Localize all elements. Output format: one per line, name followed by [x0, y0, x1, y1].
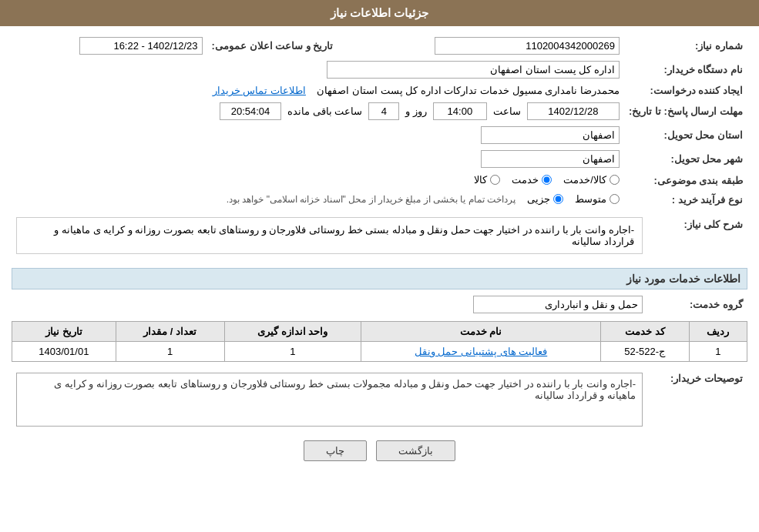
- cell-vahed: 1: [224, 342, 361, 362]
- mohlat-saat-label: ساعت: [493, 105, 521, 117]
- page-wrapper: جزئیات اطلاعات نیاز شماره نیاز: تاریخ و …: [0, 0, 759, 532]
- col-nam-khadamat: نام خدمت: [361, 322, 601, 342]
- noe-farayand-options: متوسط جزیی پرداخت تمام یا بخشی از مبلغ خ…: [12, 190, 624, 209]
- mohlat-roz-label: روز و: [405, 105, 427, 117]
- radio-khadamat[interactable]: خدمت: [512, 174, 552, 186]
- info-table: شماره نیاز: تاریخ و ساعت اعلان عمومی: نا…: [12, 34, 747, 209]
- col-vahed: واحد اندازه گیری: [224, 322, 361, 342]
- ijad-kananda-text: محمدرضا نامداری مسیول خدمات تداركات ادار…: [317, 85, 620, 96]
- radio-kala-khadamat[interactable]: کالا/خدمت: [563, 174, 620, 186]
- tarikh-input[interactable]: [79, 37, 203, 55]
- radio-motavasset-label: متوسط: [575, 193, 606, 205]
- group-khadamat-value: [12, 293, 647, 316]
- mohlat-baqi-input[interactable]: [220, 102, 281, 120]
- khadamat-section-header: اطلاعات خدمات مورد نیاز: [12, 268, 747, 289]
- mohlat-row: ساعت روز و ساعت باقی مانده: [12, 99, 624, 123]
- tabaghe-bandi-options: کالا/خدمت خدمت کالا: [12, 171, 624, 190]
- col-kod-khadamat: کد خدمت: [600, 322, 689, 342]
- cell-nam-khadamat[interactable]: فعالیت های پشتیبانی حمل ونقل: [361, 342, 601, 362]
- nam-dastgah-value: [12, 58, 624, 82]
- radio-motavasset-input[interactable]: [610, 194, 620, 204]
- nam-dastgah-label: نام دستگاه خریدار:: [624, 58, 747, 82]
- button-row: بازگشت چاپ: [12, 440, 747, 461]
- cell-kod-khadamat: ج-522-52: [600, 342, 689, 362]
- sharh-kolli-box: -اجاره وانت بار با راننده در اختیار جهت …: [16, 217, 643, 254]
- radio-jozvi-label: جزیی: [527, 193, 550, 205]
- shomare-niaz-input[interactable]: [435, 37, 620, 55]
- tarikh-value: [12, 34, 207, 58]
- tosifat-text: -اجاره وانت بار با راننده در اختیار جهت …: [54, 378, 636, 401]
- tosifat-table: توصیحات خریدار: -اجاره وانت بار با رانند…: [12, 368, 747, 430]
- radio-kala[interactable]: کالا: [474, 174, 500, 186]
- mohlat-baqi-label: ساعت باقی مانده: [287, 105, 362, 117]
- ostan-tahvil-input[interactable]: [481, 126, 620, 144]
- tosifat-box: -اجاره وانت بار با راننده در اختیار جهت …: [16, 373, 643, 427]
- shomare-niaz-label: شماره نیاز:: [624, 34, 747, 58]
- bazgasht-button[interactable]: بازگشت: [376, 440, 455, 461]
- radio-kala-khadamat-label: کالا/خدمت: [563, 174, 606, 186]
- ostan-tahvil-label: استان محل تحویل:: [624, 123, 747, 147]
- tosifat-label: توصیحات خریدار:: [647, 368, 747, 430]
- sharh-kolli-table: شرح کلی نیاز: -اجاره وانت بار با راننده …: [12, 214, 747, 262]
- shomare-niaz-value: [338, 34, 624, 58]
- tosifat-value: -اجاره وانت بار با راننده در اختیار جهت …: [12, 368, 647, 430]
- col-tarikh: تاریخ نیاز: [12, 322, 116, 342]
- shahr-tahvil-input[interactable]: [481, 150, 620, 168]
- noe-farayand-desc: پرداخت تمام یا بخشی از مبلغ خریدار از مح…: [227, 194, 516, 205]
- page-header: جزئیات اطلاعات نیاز: [0, 0, 759, 26]
- sharh-kolli-label: شرح کلی نیاز:: [647, 214, 747, 262]
- ijad-kananda-link[interactable]: اطلاعات تماس خریدار: [213, 85, 306, 96]
- ijad-kananda-value: محمدرضا نامداری مسیول خدمات تداركات ادار…: [12, 82, 624, 99]
- sharh-kolli-text: -اجاره وانت بار با راننده در اختیار جهت …: [54, 224, 634, 247]
- radio-kala-khadamat-input[interactable]: [610, 175, 620, 185]
- radio-khadamat-input[interactable]: [542, 175, 552, 185]
- group-khadamat-input[interactable]: [473, 296, 643, 313]
- chap-button[interactable]: چاپ: [304, 440, 367, 461]
- table-row: 1 ج-522-52 فعالیت های پشتیبانی حمل ونقل …: [12, 342, 747, 362]
- col-tedad: تعداد / مقدار: [116, 322, 224, 342]
- radio-khadamat-label: خدمت: [512, 174, 539, 186]
- nam-dastgah-input[interactable]: [327, 61, 620, 79]
- shahr-tahvil-value: [12, 147, 624, 171]
- radio-jozvi-input[interactable]: [553, 194, 563, 204]
- ijad-kananda-label: ایجاد کننده درخواست:: [624, 82, 747, 99]
- mohlat-saat-input[interactable]: [433, 102, 487, 120]
- shahr-tahvil-label: شهر محل تحویل:: [624, 147, 747, 171]
- col-radif: ردیف: [689, 322, 747, 342]
- radio-motavasset[interactable]: متوسط: [575, 193, 620, 205]
- group-khadamat-table: گروه خدمت:: [12, 293, 747, 316]
- mohlat-label: مهلت ارسال پاسخ: تا تاریخ:: [624, 99, 747, 123]
- main-content: شماره نیاز: تاریخ و ساعت اعلان عمومی: نا…: [0, 26, 759, 477]
- cell-tedad: 1: [116, 342, 224, 362]
- sharh-kolli-value: -اجاره وانت بار با راننده در اختیار جهت …: [12, 214, 647, 262]
- radio-kala-label: کالا: [474, 174, 487, 186]
- tabaghe-bandi-label: طبقه بندی موضوعی:: [624, 171, 747, 190]
- radio-jozvi[interactable]: جزیی: [527, 193, 563, 205]
- page-title: جزئیات اطلاعات نیاز: [331, 6, 428, 19]
- radio-kala-input[interactable]: [490, 175, 500, 185]
- services-table: ردیف کد خدمت نام خدمت واحد اندازه گیری ت…: [12, 321, 747, 362]
- mohlat-roz-input[interactable]: [368, 102, 399, 120]
- ostan-tahvil-value: [12, 123, 624, 147]
- cell-tarikh: 1403/01/01: [12, 342, 116, 362]
- tarikh-label: تاریخ و ساعت اعلان عمومی:: [207, 34, 338, 58]
- group-khadamat-label: گروه خدمت:: [647, 293, 747, 316]
- mohlat-date-input[interactable]: [527, 102, 620, 120]
- noe-farayand-label: نوع فرآیند خرید :: [624, 190, 747, 209]
- cell-radif: 1: [689, 342, 747, 362]
